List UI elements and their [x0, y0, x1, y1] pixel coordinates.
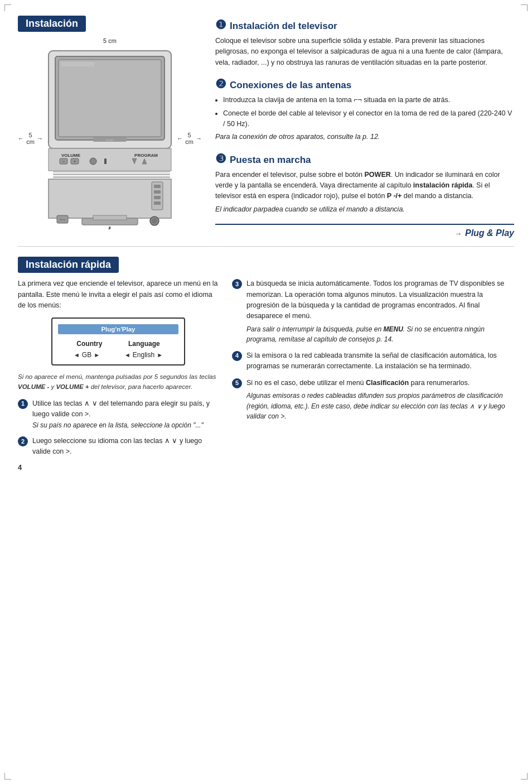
step-2-num: 2: [18, 436, 28, 446]
corner-mark-br: [521, 773, 528, 780]
language-value-text: English: [133, 351, 154, 359]
menu-country-value: ◄ GB ►: [74, 351, 100, 359]
country-language-menu: Plug'n'Play Country Language ◄ GB ► ◄: [51, 318, 185, 365]
antenna-italic: Para la conexión de otros aparatos, cons…: [215, 132, 514, 142]
country-right-arrow[interactable]: ►: [94, 352, 100, 358]
menu-language-value: ◄ English ►: [124, 351, 163, 359]
tv-wrapper: 5 cm ← 5 cm →: [18, 37, 202, 231]
svg-rect-31: [154, 196, 161, 199]
step-4: 4 Si la emisora o la red cableada transm…: [232, 350, 514, 372]
intro-text: La primera vez que enciende el televisor…: [18, 278, 219, 311]
menu-values: ◄ GB ► ◄ English ►: [58, 351, 178, 359]
svg-text:PROGRAM: PROGRAM: [134, 153, 158, 158]
dim-top-label: 5 cm: [18, 37, 202, 44]
inst-title-1: ❶ Instalación del televisor: [215, 18, 514, 32]
svg-rect-17: [53, 171, 170, 172]
inst-title-2: ❷ Conexiones de las antenas: [215, 77, 514, 92]
svg-rect-2: [59, 60, 161, 137]
section-badge-rapida: Instalación rápida: [18, 257, 119, 273]
svg-point-13: [90, 158, 96, 165]
menu-headers: Country Language: [58, 340, 178, 348]
step-5-num: 5: [232, 378, 242, 388]
menu-country-header: Country: [76, 340, 102, 348]
step-5-content: Si no es el caso, debe utilizar el menú …: [246, 378, 514, 422]
svg-rect-18: [53, 174, 170, 175]
top-section: Instalación 5 cm ← 5 cm →: [18, 16, 514, 241]
instruction-block-2: ❷ Conexiones de las antenas Introduzca l…: [215, 77, 514, 143]
bottom-left: La primera vez que enciende el televisor…: [18, 278, 219, 472]
svg-text:−: −: [62, 159, 65, 164]
antenna-bullet-1: Introduzca la clavija de antena en la to…: [223, 95, 514, 105]
inst-title-3: ❸ Puesta en marcha: [215, 152, 514, 166]
svg-rect-27: [93, 215, 127, 220]
tv-illustration-area: Instalación 5 cm ← 5 cm →: [18, 16, 202, 241]
step-4-content: Si la emisora o la red cableada transmit…: [246, 350, 514, 372]
svg-rect-30: [154, 190, 161, 194]
plug-play-area: → Plug & Play: [215, 224, 514, 238]
page-number: 4: [18, 463, 219, 472]
svg-text:Philips: Philips: [106, 138, 114, 142]
step-1: 1 Utilice las teclas ∧ ∨ del telemando p…: [18, 398, 219, 430]
corner-mark-tl: [4, 4, 11, 11]
inst-body-3: Para encender el televisor, pulse sobre …: [215, 170, 514, 215]
svg-text:⌐¬: ⌐¬: [60, 217, 65, 222]
svg-point-34: [152, 218, 157, 224]
section-divider: [18, 246, 514, 247]
step-2-content: Luego seleccione su idioma con las tecla…: [32, 436, 219, 458]
plug-play-label: → Plug & Play: [215, 228, 514, 238]
puesta-italic: El indicador parpadea cuando se utiliza …: [215, 204, 514, 215]
italic-note: Si no aparece el menú, mantenga pulsadas…: [18, 372, 219, 392]
right-instructions: ❶ Instalación del televisor Coloque el t…: [215, 16, 514, 241]
instruction-block-3: ❸ Puesta en marcha Para encender el tele…: [215, 152, 514, 215]
section-badge-instalacion: Instalación: [18, 16, 86, 32]
step-4-num: 4: [232, 351, 242, 361]
step-5: 5 Si no es el caso, debe utilizar el men…: [232, 378, 514, 422]
step-1-italic: Si su país no aparece en la lista, selec…: [32, 420, 219, 431]
dim-right-area: ← 5 cm →: [177, 132, 202, 145]
menu-title: Plug'n'Play: [58, 324, 178, 334]
corner-mark-bl: [4, 773, 11, 780]
svg-rect-14: [104, 158, 107, 164]
step-1-content: Utilice las teclas ∧ ∨ del telemando par…: [32, 398, 219, 430]
svg-rect-19: [53, 176, 170, 178]
step-5-italic: Algunas emisoras o redes cableadas difun…: [246, 391, 514, 422]
step-3-num: 3: [232, 279, 242, 289]
svg-rect-3: [61, 62, 94, 66]
antenna-bullet-2: Conecte el borde del cable al televisor …: [223, 108, 514, 130]
inst-body-2: Introduzca la clavija de antena en la to…: [215, 95, 514, 143]
language-right-arrow[interactable]: ►: [157, 352, 163, 358]
antenna-bullets: Introduzca la clavija de antena en la to…: [223, 95, 514, 129]
page-content: Instalación 5 cm ← 5 cm →: [0, 0, 532, 487]
bottom-right: 3 La búsqueda se inicia automáticamente.…: [232, 278, 514, 472]
svg-rect-29: [154, 185, 161, 188]
inst-body-1: Coloque el televisor sobre una superfici…: [215, 36, 514, 68]
svg-rect-32: [154, 201, 161, 205]
step-1-num: 1: [18, 399, 28, 409]
step-2: 2 Luego seleccione su idioma con las tec…: [18, 436, 219, 458]
step-3: 3 La búsqueda se inicia automáticamente.…: [232, 278, 514, 345]
svg-text:+: +: [74, 159, 76, 164]
dim-left-area: ← 5 cm →: [18, 132, 43, 145]
bottom-content: La primera vez que enciende el televisor…: [18, 278, 514, 472]
country-value-text: GB: [82, 351, 91, 359]
step-3-italic: Para salir o interrumpir la búsqueda, pu…: [246, 324, 514, 345]
corner-mark-tr: [521, 4, 528, 11]
dim-row: ← 5 cm →: [18, 45, 202, 231]
tv-drawing: Philips VOLUME PROGRAM − +: [43, 45, 177, 229]
tv-svg: Philips VOLUME PROGRAM − +: [43, 45, 177, 231]
menu-language-header: Language: [128, 340, 160, 348]
language-left-arrow[interactable]: ◄: [124, 352, 130, 358]
step-3-content: La búsqueda se inicia automáticamente. T…: [246, 278, 514, 345]
puesta-body: Para encender el televisor, pulse sobre …: [215, 170, 514, 202]
instruction-block-1: ❶ Instalación del televisor Coloque el t…: [215, 18, 514, 68]
country-left-arrow[interactable]: ◄: [74, 352, 80, 358]
bottom-section: Instalación rápida La primera vez que en…: [18, 252, 514, 472]
svg-text:VOLUME: VOLUME: [61, 153, 81, 158]
